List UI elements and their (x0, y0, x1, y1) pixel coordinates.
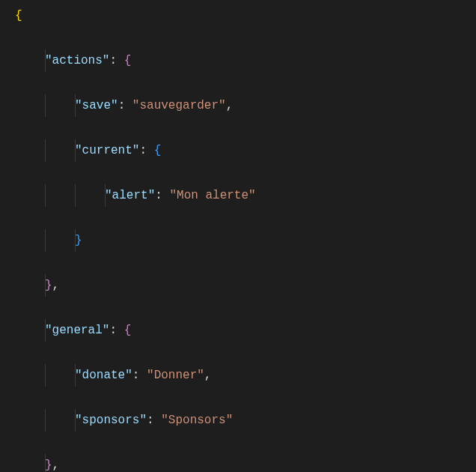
json-key: "alert" (105, 189, 155, 202)
code-line[interactable]: "sponsors": "Sponsors" (0, 409, 476, 432)
json-key: "current" (75, 144, 139, 157)
code-line[interactable]: }, (0, 274, 476, 297)
json-string: "Sponsors" (161, 414, 233, 427)
brace-open: { (124, 54, 132, 67)
code-line[interactable]: } (0, 229, 476, 252)
code-line[interactable]: "donate": "Donner", (0, 364, 476, 387)
json-key: "save" (75, 99, 118, 112)
brace-open: { (124, 324, 132, 337)
code-line[interactable]: "alert": "Mon alerte" (0, 184, 476, 207)
brace-close: } (45, 279, 52, 292)
code-line[interactable]: { (0, 4, 476, 27)
brace-open: { (15, 9, 22, 22)
code-line[interactable]: }, (0, 454, 476, 472)
json-string: "Donner" (147, 369, 204, 382)
json-key: "donate" (75, 369, 132, 382)
code-line[interactable]: "actions": { (0, 49, 476, 72)
code-line[interactable]: "save": "sauvegarder", (0, 94, 476, 117)
brace-close: } (75, 234, 82, 247)
json-string: "Mon alerte" (169, 189, 255, 202)
brace-close: } (45, 459, 52, 472)
code-line[interactable]: "current": { (0, 139, 476, 162)
json-key: "general" (45, 324, 109, 337)
json-string: "sauvegarder" (132, 99, 226, 112)
code-block[interactable]: { "actions": { "save": "sauvegarder", "c… (0, 0, 476, 472)
brace-open: { (154, 144, 162, 157)
code-line[interactable]: "general": { (0, 319, 476, 342)
json-key: "actions" (45, 54, 109, 67)
json-key: "sponsors" (75, 414, 147, 427)
